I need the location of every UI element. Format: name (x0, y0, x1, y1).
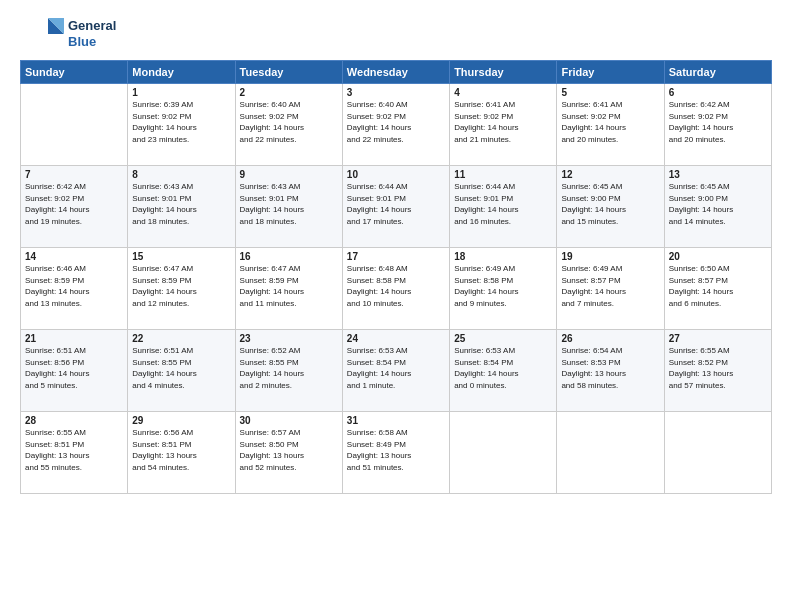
day-info: Sunrise: 6:57 AM Sunset: 8:50 PM Dayligh… (240, 427, 338, 473)
calendar-cell: 8Sunrise: 6:43 AM Sunset: 9:01 PM Daylig… (128, 166, 235, 248)
header: GeneralBlue (20, 16, 772, 52)
day-number: 4 (454, 87, 552, 98)
day-info: Sunrise: 6:40 AM Sunset: 9:02 PM Dayligh… (240, 99, 338, 145)
calendar-header-thursday: Thursday (450, 61, 557, 84)
calendar-cell: 2Sunrise: 6:40 AM Sunset: 9:02 PM Daylig… (235, 84, 342, 166)
day-number: 30 (240, 415, 338, 426)
day-info: Sunrise: 6:51 AM Sunset: 8:56 PM Dayligh… (25, 345, 123, 391)
calendar-week-row: 14Sunrise: 6:46 AM Sunset: 8:59 PM Dayli… (21, 248, 772, 330)
calendar-cell: 16Sunrise: 6:47 AM Sunset: 8:59 PM Dayli… (235, 248, 342, 330)
day-number: 29 (132, 415, 230, 426)
day-info: Sunrise: 6:43 AM Sunset: 9:01 PM Dayligh… (132, 181, 230, 227)
calendar-header-monday: Monday (128, 61, 235, 84)
day-info: Sunrise: 6:49 AM Sunset: 8:58 PM Dayligh… (454, 263, 552, 309)
logo-line2: Blue (68, 34, 116, 50)
day-info: Sunrise: 6:43 AM Sunset: 9:01 PM Dayligh… (240, 181, 338, 227)
day-number: 31 (347, 415, 445, 426)
calendar-cell: 9Sunrise: 6:43 AM Sunset: 9:01 PM Daylig… (235, 166, 342, 248)
day-info: Sunrise: 6:39 AM Sunset: 9:02 PM Dayligh… (132, 99, 230, 145)
calendar-header-tuesday: Tuesday (235, 61, 342, 84)
day-info: Sunrise: 6:53 AM Sunset: 8:54 PM Dayligh… (454, 345, 552, 391)
calendar-header-saturday: Saturday (664, 61, 771, 84)
day-number: 14 (25, 251, 123, 262)
calendar-cell: 29Sunrise: 6:56 AM Sunset: 8:51 PM Dayli… (128, 412, 235, 494)
day-number: 7 (25, 169, 123, 180)
day-info: Sunrise: 6:51 AM Sunset: 8:55 PM Dayligh… (132, 345, 230, 391)
calendar-table: SundayMondayTuesdayWednesdayThursdayFrid… (20, 60, 772, 494)
calendar-week-row: 1Sunrise: 6:39 AM Sunset: 9:02 PM Daylig… (21, 84, 772, 166)
day-number: 15 (132, 251, 230, 262)
day-info: Sunrise: 6:41 AM Sunset: 9:02 PM Dayligh… (561, 99, 659, 145)
day-info: Sunrise: 6:44 AM Sunset: 9:01 PM Dayligh… (347, 181, 445, 227)
calendar-cell: 27Sunrise: 6:55 AM Sunset: 8:52 PM Dayli… (664, 330, 771, 412)
day-info: Sunrise: 6:40 AM Sunset: 9:02 PM Dayligh… (347, 99, 445, 145)
logo-line1: General (68, 18, 116, 34)
day-number: 13 (669, 169, 767, 180)
calendar-cell (557, 412, 664, 494)
calendar-header-friday: Friday (557, 61, 664, 84)
calendar-cell: 12Sunrise: 6:45 AM Sunset: 9:00 PM Dayli… (557, 166, 664, 248)
day-number: 18 (454, 251, 552, 262)
day-number: 1 (132, 87, 230, 98)
day-info: Sunrise: 6:47 AM Sunset: 8:59 PM Dayligh… (132, 263, 230, 309)
day-number: 21 (25, 333, 123, 344)
day-info: Sunrise: 6:46 AM Sunset: 8:59 PM Dayligh… (25, 263, 123, 309)
calendar-cell: 21Sunrise: 6:51 AM Sunset: 8:56 PM Dayli… (21, 330, 128, 412)
calendar-cell: 23Sunrise: 6:52 AM Sunset: 8:55 PM Dayli… (235, 330, 342, 412)
day-info: Sunrise: 6:50 AM Sunset: 8:57 PM Dayligh… (669, 263, 767, 309)
calendar-header-row: SundayMondayTuesdayWednesdayThursdayFrid… (21, 61, 772, 84)
day-number: 17 (347, 251, 445, 262)
day-info: Sunrise: 6:49 AM Sunset: 8:57 PM Dayligh… (561, 263, 659, 309)
day-number: 12 (561, 169, 659, 180)
calendar-week-row: 7Sunrise: 6:42 AM Sunset: 9:02 PM Daylig… (21, 166, 772, 248)
day-info: Sunrise: 6:45 AM Sunset: 9:00 PM Dayligh… (561, 181, 659, 227)
calendar-cell: 11Sunrise: 6:44 AM Sunset: 9:01 PM Dayli… (450, 166, 557, 248)
calendar-cell: 15Sunrise: 6:47 AM Sunset: 8:59 PM Dayli… (128, 248, 235, 330)
day-number: 6 (669, 87, 767, 98)
day-number: 26 (561, 333, 659, 344)
calendar-cell: 13Sunrise: 6:45 AM Sunset: 9:00 PM Dayli… (664, 166, 771, 248)
day-info: Sunrise: 6:53 AM Sunset: 8:54 PM Dayligh… (347, 345, 445, 391)
day-number: 19 (561, 251, 659, 262)
day-number: 23 (240, 333, 338, 344)
calendar-cell: 20Sunrise: 6:50 AM Sunset: 8:57 PM Dayli… (664, 248, 771, 330)
day-info: Sunrise: 6:47 AM Sunset: 8:59 PM Dayligh… (240, 263, 338, 309)
day-number: 20 (669, 251, 767, 262)
calendar-week-row: 28Sunrise: 6:55 AM Sunset: 8:51 PM Dayli… (21, 412, 772, 494)
day-number: 9 (240, 169, 338, 180)
calendar-cell (21, 84, 128, 166)
calendar-cell: 1Sunrise: 6:39 AM Sunset: 9:02 PM Daylig… (128, 84, 235, 166)
calendar-cell: 19Sunrise: 6:49 AM Sunset: 8:57 PM Dayli… (557, 248, 664, 330)
day-number: 2 (240, 87, 338, 98)
calendar-cell: 5Sunrise: 6:41 AM Sunset: 9:02 PM Daylig… (557, 84, 664, 166)
day-info: Sunrise: 6:42 AM Sunset: 9:02 PM Dayligh… (25, 181, 123, 227)
day-number: 5 (561, 87, 659, 98)
day-info: Sunrise: 6:52 AM Sunset: 8:55 PM Dayligh… (240, 345, 338, 391)
day-info: Sunrise: 6:54 AM Sunset: 8:53 PM Dayligh… (561, 345, 659, 391)
calendar-header-sunday: Sunday (21, 61, 128, 84)
calendar-cell (664, 412, 771, 494)
day-number: 11 (454, 169, 552, 180)
day-info: Sunrise: 6:44 AM Sunset: 9:01 PM Dayligh… (454, 181, 552, 227)
day-info: Sunrise: 6:41 AM Sunset: 9:02 PM Dayligh… (454, 99, 552, 145)
logo: GeneralBlue (20, 16, 116, 52)
day-number: 25 (454, 333, 552, 344)
day-info: Sunrise: 6:48 AM Sunset: 8:58 PM Dayligh… (347, 263, 445, 309)
calendar-cell: 24Sunrise: 6:53 AM Sunset: 8:54 PM Dayli… (342, 330, 449, 412)
day-number: 24 (347, 333, 445, 344)
calendar-cell: 18Sunrise: 6:49 AM Sunset: 8:58 PM Dayli… (450, 248, 557, 330)
day-number: 22 (132, 333, 230, 344)
calendar-cell: 7Sunrise: 6:42 AM Sunset: 9:02 PM Daylig… (21, 166, 128, 248)
calendar-cell: 25Sunrise: 6:53 AM Sunset: 8:54 PM Dayli… (450, 330, 557, 412)
calendar-cell: 10Sunrise: 6:44 AM Sunset: 9:01 PM Dayli… (342, 166, 449, 248)
calendar-cell: 14Sunrise: 6:46 AM Sunset: 8:59 PM Dayli… (21, 248, 128, 330)
calendar-cell: 26Sunrise: 6:54 AM Sunset: 8:53 PM Dayli… (557, 330, 664, 412)
day-info: Sunrise: 6:55 AM Sunset: 8:52 PM Dayligh… (669, 345, 767, 391)
calendar-cell: 17Sunrise: 6:48 AM Sunset: 8:58 PM Dayli… (342, 248, 449, 330)
day-number: 28 (25, 415, 123, 426)
calendar-header-wednesday: Wednesday (342, 61, 449, 84)
day-info: Sunrise: 6:45 AM Sunset: 9:00 PM Dayligh… (669, 181, 767, 227)
calendar-cell: 22Sunrise: 6:51 AM Sunset: 8:55 PM Dayli… (128, 330, 235, 412)
calendar-cell: 3Sunrise: 6:40 AM Sunset: 9:02 PM Daylig… (342, 84, 449, 166)
day-number: 16 (240, 251, 338, 262)
